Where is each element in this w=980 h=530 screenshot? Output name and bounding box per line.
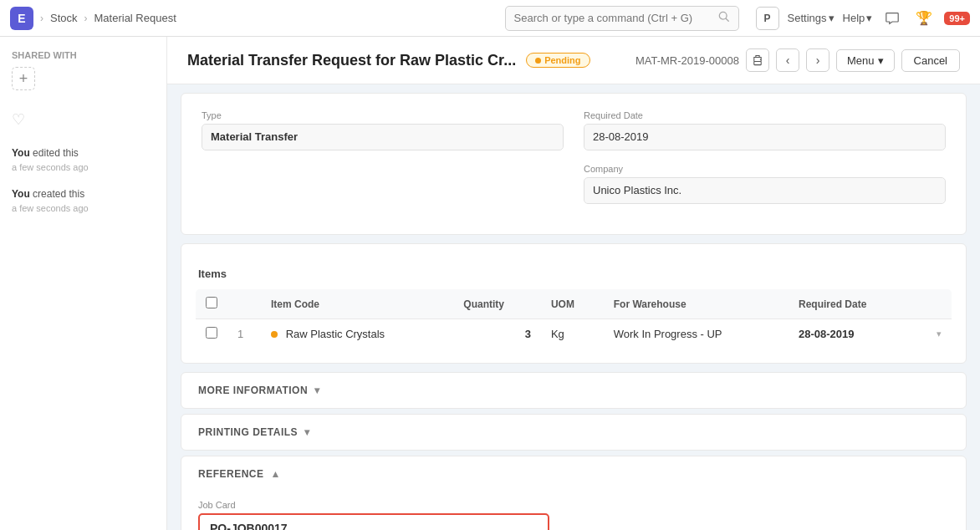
more-information-chevron: ▾	[314, 385, 320, 396]
type-value: Material Transfer	[202, 124, 564, 150]
printing-details-chevron: ▾	[304, 426, 310, 438]
topnav: E › Stock › Material Request P Settings …	[0, 0, 980, 37]
printing-details-label: PRINTING DETAILS	[198, 426, 298, 438]
header-warehouse: For Warehouse	[604, 289, 789, 319]
items-table: Item Code Quantity UOM For Warehouse Req…	[195, 288, 952, 349]
next-doc-icon[interactable]: ›	[806, 48, 829, 72]
add-shared-button[interactable]: +	[12, 67, 35, 90]
menu-button[interactable]: Menu ▾	[836, 49, 895, 72]
doc-id: MAT-MR-2019-00008	[635, 54, 739, 67]
row-quantity-cell[interactable]: 3	[453, 319, 541, 349]
items-section: Items Item Code Quantity UOM For Wa	[181, 243, 967, 364]
prev-doc-icon[interactable]: ‹	[776, 48, 799, 72]
row-num-cell: 1	[227, 319, 261, 349]
empty-col	[202, 164, 564, 204]
item-status-dot	[271, 331, 278, 338]
header-checkbox-col	[196, 289, 228, 319]
row-checkbox-cell	[196, 319, 228, 349]
status-badge: Pending	[526, 53, 590, 68]
help-menu[interactable]: Help ▾	[843, 12, 873, 24]
nav-right: P Settings ▾ Help ▾ 🏆 99+	[756, 7, 970, 30]
header-required-date: Required Date	[789, 289, 916, 319]
header-uom: UOM	[541, 289, 604, 319]
company-col: Company Unico Plastics Inc.	[584, 164, 946, 204]
main-content: Material Transfer Request for Raw Plasti…	[167, 37, 980, 530]
settings-menu[interactable]: Settings ▾	[788, 12, 835, 24]
breadcrumb-sep-2: ›	[84, 13, 88, 24]
job-card-value[interactable]: PO-JOB00017	[198, 513, 549, 530]
header-right: MAT-MR-2019-00008 ‹ › Menu ▾ Cancel	[635, 48, 960, 72]
reference-chevron: ▲	[271, 468, 281, 480]
breadcrumb-sep-1: ›	[40, 13, 43, 24]
page-title: Material Transfer Request for Raw Plasti…	[187, 52, 516, 69]
chat-icon[interactable]	[880, 7, 904, 30]
select-all-checkbox[interactable]	[206, 297, 217, 308]
page-layout: Shared With + ♡ You edited this a few se…	[0, 37, 980, 530]
search-bar[interactable]	[505, 6, 739, 31]
type-label: Type	[202, 110, 564, 120]
row-item-code-cell: Raw Plastic Crystals	[261, 319, 453, 349]
cancel-button[interactable]: Cancel	[901, 49, 960, 72]
job-card-label: Job Card	[198, 500, 949, 510]
activity-item-1: You edited this a few seconds ago	[12, 145, 155, 175]
table-row: 1 Raw Plastic Crystals 3 Kg Work In Prog…	[196, 319, 952, 349]
svg-line-1	[726, 18, 728, 21]
row-actions-cell: ▾	[916, 319, 952, 349]
more-information-header[interactable]: MORE INFORMATION ▾	[181, 373, 966, 408]
svg-rect-2	[754, 61, 761, 64]
reference-body: Job Card PO-JOB00017	[181, 492, 966, 530]
print-icon[interactable]	[746, 48, 769, 72]
row-warehouse-cell[interactable]: Work In Progress - UP	[604, 319, 789, 349]
status-dot	[535, 58, 541, 64]
svg-point-3	[760, 59, 761, 60]
row-item-code[interactable]: Raw Plastic Crystals	[286, 328, 385, 340]
header-num-col	[227, 289, 261, 319]
company-label: Company	[584, 164, 946, 174]
row-dropdown-arrow[interactable]: ▾	[937, 329, 942, 339]
items-label: Items	[198, 256, 949, 288]
printing-details-section: PRINTING DETAILS ▾	[181, 414, 967, 451]
status-label: Pending	[544, 55, 580, 65]
app-icon[interactable]: E	[10, 7, 33, 30]
shared-with-label: Shared With	[12, 50, 155, 60]
table-header-row: Item Code Quantity UOM For Warehouse Req…	[196, 289, 952, 319]
reference-header[interactable]: REFERENCE ▲	[181, 456, 966, 492]
trophy-icon[interactable]: 🏆	[912, 7, 936, 30]
header-actions-col	[916, 289, 952, 319]
more-information-label: MORE INFORMATION	[198, 385, 308, 396]
company-value: Unico Plastics Inc.	[584, 177, 946, 204]
breadcrumb-material-request[interactable]: Material Request	[94, 12, 176, 24]
form-row-1: Type Material Transfer Required Date 28-…	[202, 110, 946, 150]
row-checkbox[interactable]	[206, 327, 217, 339]
reference-label: REFERENCE	[198, 468, 264, 480]
page-header: Material Transfer Request for Raw Plasti…	[167, 37, 980, 84]
reference-section: REFERENCE ▲ Job Card PO-JOB00017	[181, 456, 967, 530]
header-item-code: Item Code	[261, 289, 453, 319]
favorite-icon[interactable]: ♡	[12, 110, 155, 129]
sidebar: Shared With + ♡ You edited this a few se…	[0, 37, 167, 530]
breadcrumb-stock[interactable]: Stock	[50, 12, 78, 24]
activity-item-2: You created this a few seconds ago	[12, 186, 155, 216]
type-col: Type Material Transfer	[202, 110, 564, 150]
header-quantity: Quantity	[453, 289, 541, 319]
row-uom-cell: Kg	[541, 319, 604, 349]
form-section: Type Material Transfer Required Date 28-…	[181, 93, 967, 235]
printing-details-header[interactable]: PRINTING DETAILS ▾	[181, 415, 966, 450]
required-date-label: Required Date	[584, 110, 946, 120]
search-icon	[718, 11, 730, 25]
notification-badge[interactable]: 99+	[944, 12, 970, 25]
activity-log: You edited this a few seconds ago You cr…	[12, 145, 155, 215]
required-date-value[interactable]: 28-08-2019	[584, 124, 946, 150]
more-information-section: MORE INFORMATION ▾	[181, 372, 967, 409]
row-required-date-cell[interactable]: 28-08-2019	[789, 319, 916, 349]
form-body: Type Material Transfer Required Date 28-…	[181, 94, 966, 234]
required-date-col: Required Date 28-08-2019	[584, 110, 946, 150]
user-avatar[interactable]: P	[756, 7, 779, 30]
form-row-2: Company Unico Plastics Inc.	[202, 164, 946, 204]
search-input[interactable]	[514, 12, 713, 24]
